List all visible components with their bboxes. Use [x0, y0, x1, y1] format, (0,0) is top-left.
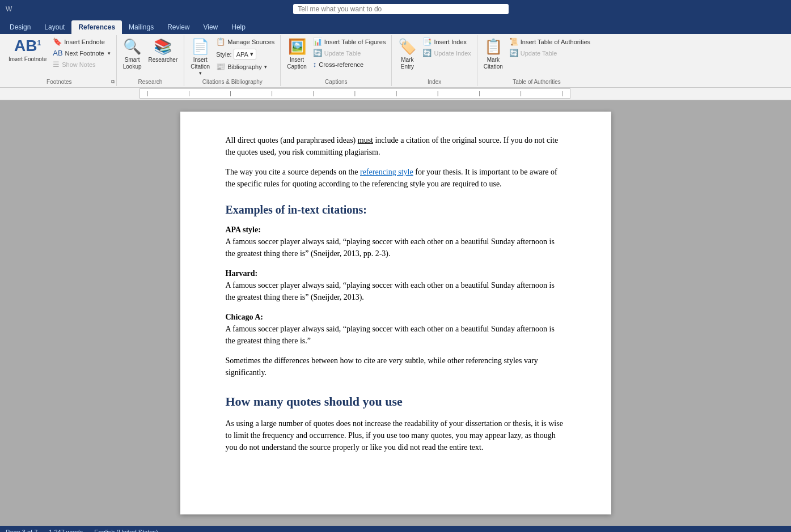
- page-info: Page 3 of 7: [6, 529, 37, 532]
- citations-small-group: 📋 Manage Sources Style: APA ▾ 📰 Bibliogr…: [214, 36, 277, 72]
- citations-group-label: Citations & Bibliography: [202, 79, 263, 85]
- title-bar: W: [0, 0, 791, 18]
- update-table-label: Update Table: [324, 50, 361, 57]
- research-group-label: Research: [138, 79, 163, 85]
- paragraph-subtle: Sometimes the differences between how to…: [226, 355, 566, 378]
- ribbon: AB1 Insert Footnote 🔖 Insert Endnote AB …: [0, 34, 791, 88]
- style-dropdown-icon: ▾: [250, 50, 253, 58]
- insert-endnote-icon: 🔖: [53, 37, 62, 46]
- paragraph-large-number: As using a large number of quotes does n…: [226, 418, 566, 453]
- index-small-group: 📑 Insert Index 🔄 Update Index: [420, 36, 473, 58]
- mark-entry-label: MarkEntry: [401, 57, 414, 70]
- toa-small-group: 📜 Insert Table of Authorities 🔄 Update T…: [507, 36, 593, 58]
- update-toa-icon: 🔄: [509, 49, 518, 57]
- tab-view[interactable]: View: [196, 20, 225, 34]
- insert-caption-label: InsertCaption: [287, 57, 306, 70]
- tab-references[interactable]: References: [71, 20, 122, 34]
- insert-caption-button[interactable]: 🖼️ InsertCaption: [284, 36, 309, 72]
- update-index-button[interactable]: 🔄 Update Index: [420, 48, 473, 58]
- smart-lookup-label: SmartLookup: [123, 57, 142, 70]
- heading-how-many: How many quotes should you use: [226, 392, 566, 411]
- insert-footnote-icon: AB1: [14, 38, 41, 54]
- tab-layout[interactable]: Layout: [37, 20, 71, 34]
- update-index-icon: 🔄: [422, 49, 432, 57]
- tab-design[interactable]: Design: [3, 20, 37, 34]
- insert-footnote-button[interactable]: AB1 Insert Footnote: [6, 36, 49, 65]
- manage-sources-icon: 📋: [216, 37, 225, 46]
- next-footnote-button[interactable]: AB Next Footnote ▾: [50, 48, 112, 58]
- manage-sources-label: Manage Sources: [227, 39, 274, 45]
- insert-tof-icon: 📊: [313, 37, 322, 46]
- underline-must: must: [358, 136, 373, 144]
- paragraph-harvard: Harvard: A famous soccer player always s…: [226, 267, 566, 303]
- paragraph-apa: APA style: A famous soccer player always…: [226, 224, 566, 259]
- footnotes-expand-icon[interactable]: ⧉: [111, 79, 115, 85]
- next-footnote-icon: AB: [53, 49, 62, 57]
- tab-mailings[interactable]: Mailings: [122, 20, 160, 34]
- tab-help[interactable]: Help: [225, 20, 252, 34]
- insert-citation-button[interactable]: 📄 InsertCitation ▾: [188, 36, 213, 78]
- update-toa-label: Update Table: [521, 50, 557, 57]
- mark-entry-button[interactable]: 🏷️ MarkEntry: [395, 36, 419, 72]
- researcher-button[interactable]: 📚 Researcher: [146, 36, 181, 65]
- insert-endnote-button[interactable]: 🔖 Insert Endnote: [50, 36, 112, 47]
- referencing-style-link[interactable]: referencing style: [360, 168, 413, 176]
- insert-citation-icon: 📄: [191, 38, 209, 56]
- language: English (United States): [94, 529, 158, 532]
- paragraph-1: All direct quotes (and paraphrased ideas…: [226, 134, 566, 158]
- ribbon-tabs: Design Layout References Mailings Review…: [0, 18, 791, 34]
- ribbon-group-research: 🔍 SmartLookup 📚 Researcher Research: [117, 35, 185, 86]
- bibliography-label: Bibliography: [227, 63, 262, 70]
- next-footnote-dropdown-icon: ▾: [108, 50, 111, 56]
- update-table-icon: 🔄: [313, 49, 322, 57]
- manage-sources-button[interactable]: 📋 Manage Sources: [214, 36, 277, 47]
- researcher-label: Researcher: [149, 57, 178, 63]
- mark-citation-icon: 📋: [484, 38, 502, 56]
- footnotes-small-group: 🔖 Insert Endnote AB Next Footnote ▾ ☰ Sh…: [50, 36, 112, 70]
- style-label: Style:: [216, 51, 232, 58]
- apa-label: APA style:: [226, 225, 261, 234]
- mark-entry-icon: 🏷️: [398, 38, 416, 56]
- next-footnote-label: Next Footnote: [65, 50, 104, 57]
- researcher-icon: 📚: [154, 38, 172, 56]
- footnotes-group-label: Footnotes: [46, 79, 71, 85]
- smart-lookup-button[interactable]: 🔍 SmartLookup: [120, 36, 145, 72]
- cross-reference-icon: ↕: [313, 60, 317, 69]
- insert-index-icon: 📑: [422, 37, 432, 46]
- update-toa-button[interactable]: 🔄 Update Table: [507, 48, 593, 58]
- style-value: APA: [236, 51, 248, 58]
- chicago-label: Chicago A:: [226, 313, 264, 321]
- update-table-button[interactable]: 🔄 Update Table: [311, 48, 388, 58]
- insert-table-of-figures-button[interactable]: 📊 Insert Table of Figures: [311, 36, 388, 47]
- show-notes-button[interactable]: ☰ Show Notes: [50, 59, 112, 70]
- ribbon-group-index: 🏷️ MarkEntry 📑 Insert Index 🔄 Update Ind…: [392, 35, 477, 86]
- tab-review[interactable]: Review: [160, 20, 196, 34]
- mark-citation-button[interactable]: 📋 MarkCitation: [481, 36, 506, 72]
- document-page[interactable]: All direct quotes (and paraphrased ideas…: [180, 112, 611, 514]
- insert-citation-dropdown: ▾: [199, 70, 202, 76]
- bibliography-button[interactable]: 📰 Bibliography ▾: [214, 61, 277, 72]
- search-input[interactable]: [293, 4, 509, 14]
- smart-lookup-icon: 🔍: [123, 38, 141, 56]
- word-count: 1,247 words: [49, 529, 83, 532]
- insert-toa-button[interactable]: 📜 Insert Table of Authorities: [507, 36, 593, 47]
- cross-reference-button[interactable]: ↕ Cross-reference: [311, 59, 388, 70]
- insert-toa-icon: 📜: [509, 37, 518, 46]
- insert-tof-label: Insert Table of Figures: [324, 39, 386, 45]
- ribbon-group-captions: 🖼️ InsertCaption 📊 Insert Table of Figur…: [281, 35, 392, 86]
- ruler-marks: || || || || || |: [141, 91, 569, 96]
- captions-group-label: Captions: [325, 79, 347, 85]
- style-selector[interactable]: Style: APA ▾: [214, 48, 277, 61]
- show-notes-icon: ☰: [53, 60, 60, 69]
- show-notes-label: Show Notes: [62, 61, 95, 68]
- style-dropdown[interactable]: APA ▾: [234, 49, 256, 59]
- insert-index-button[interactable]: 📑 Insert Index: [420, 36, 473, 47]
- mark-citation-label: MarkCitation: [484, 57, 503, 70]
- update-index-label: Update Index: [434, 50, 471, 57]
- ruler-inner: || || || || || |: [139, 88, 570, 99]
- insert-caption-icon: 🖼️: [288, 38, 306, 56]
- insert-index-label: Insert Index: [434, 39, 466, 45]
- paragraph-chicago: Chicago A: A famous soccer player always…: [226, 311, 566, 347]
- app-logo: W: [6, 5, 12, 13]
- insert-citation-label: InsertCitation: [191, 57, 210, 70]
